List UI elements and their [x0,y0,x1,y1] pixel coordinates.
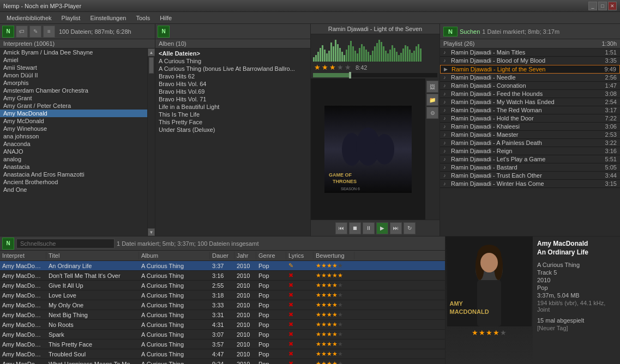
playlist-item[interactable]: ♪Ramin Djawadi - Maester2:53 [440,131,620,139]
track-star[interactable]: ★ [327,301,332,308]
window-controls[interactable]: _ □ ✕ [588,2,617,10]
track-star[interactable]: ★ [327,262,332,269]
track-row[interactable]: Amy MacDonald This Pretty Face A Curious… [0,339,445,349]
track-star[interactable]: ★ [316,272,321,278]
lyrics-icon-off[interactable]: ✖ [288,350,293,357]
track-star[interactable]: ★ [332,350,338,357]
repeat-button[interactable]: ↻ [404,222,416,234]
progress-thumb[interactable] [349,72,351,78]
track-star[interactable]: ★ [316,321,321,327]
album-item[interactable]: This Pretty Face [155,118,310,126]
star-3[interactable]: ★ [329,63,336,71]
lyrics-icon[interactable]: ✎ [288,262,293,269]
art-btn-3[interactable]: ⚙ [426,107,438,119]
scroll-down-btn[interactable]: ▼ [148,228,155,236]
track-row[interactable]: Amy MacDonald Love Love A Curious Thing … [0,290,445,300]
track-star[interactable]: ★ [321,360,327,364]
track-star[interactable]: ★ [321,321,327,327]
playlist-item[interactable]: ▶Ramin Djawadi - Light of the Seven9:49 [440,65,620,74]
star-5[interactable]: ★ [345,63,351,71]
track-star[interactable]: ★ [321,331,327,337]
album-item[interactable]: Under Stars (Deluxe) [155,126,310,134]
menu-einstellungen[interactable]: Einstellungen [86,14,130,22]
album-item[interactable]: Bravo Hits Vol.69 [155,88,310,95]
menu-hilfe[interactable]: Hilfe [155,14,176,22]
playlist-item[interactable]: ♪Ramin Djawadi - Let's Play a Game5:51 [440,155,620,163]
track-star[interactable]: ★ [321,311,327,318]
tag-button[interactable]: 🏷 [16,26,28,38]
album-item[interactable]: A Curious Thing [155,57,310,65]
track-star[interactable]: ★ [338,301,343,308]
close-button[interactable]: ✕ [608,2,617,10]
lyrics-icon-off[interactable]: ✖ [288,301,293,308]
album-item[interactable]: Life in a Beautiful Light [155,103,310,111]
artist-item[interactable]: Ancient Brotherhood [0,178,147,186]
star-4[interactable]: ★ [337,63,344,71]
menu-medienbibliothek[interactable]: Medienbibliothek [2,14,56,22]
playlist-item[interactable]: ♪Ramin Djawadi - A Painless Death3:22 [440,139,620,147]
track-row[interactable]: Amy MacDonald Don't Tell Me That It's Ov… [0,271,445,281]
info-star-1[interactable]: ★ [472,329,478,337]
playlist-item[interactable]: ♪Ramin Djawadi - Khaleesi3:06 [440,123,620,131]
pause-button[interactable]: ⏸ [363,222,375,234]
track-star[interactable]: ★ [332,360,338,364]
info-star-2[interactable]: ★ [479,329,485,337]
artist-item[interactable]: ANAJO [0,148,147,155]
artist-item[interactable]: Amiel [0,56,147,64]
artist-item[interactable]: Amy Winehouse [0,125,147,132]
artist-item[interactable]: Amy MacDonald [0,110,147,117]
list-button[interactable]: ≡ [43,26,55,38]
playlist-item[interactable]: ♪Ramin Djawadi - Trust Each Other3:44 [440,172,620,180]
artist-item[interactable]: Amy McDonald [0,117,147,125]
track-star[interactable]: ★ [327,350,332,357]
info-star-5[interactable]: ★ [500,329,507,337]
playlist-item[interactable]: ♪Ramin Djawadi - My Watch Has Ended2:54 [440,98,620,106]
n-button[interactable]: N [2,26,14,38]
track-row[interactable]: Amy MacDonald No Roots A Curious Thing 4… [0,320,445,330]
track-row[interactable]: Amy MacDonald Next Big Thing A Curious T… [0,310,445,320]
playlist-item[interactable]: ♪Ramin Djawadi - Needle2:56 [440,74,620,82]
artist-item[interactable]: analog [0,155,147,163]
maximize-button[interactable]: □ [598,2,607,10]
lyrics-icon-off[interactable]: ✖ [288,331,293,337]
lyrics-icon-off[interactable]: ✖ [288,360,293,364]
track-star[interactable]: ★ [321,301,327,308]
lyrics-icon-off[interactable]: ✖ [288,272,293,278]
track-star[interactable]: ★ [332,311,338,318]
scroll-up-btn[interactable]: ▲ [148,48,155,56]
track-star[interactable]: ★ [332,282,338,288]
prev-button[interactable]: ⏮ [335,222,347,234]
star-1[interactable]: ★ [314,63,321,71]
info-star-3[interactable]: ★ [486,329,492,337]
playlist-item[interactable]: ♪Ramin Djawadi - Main Titles1:51 [440,48,620,57]
lyrics-icon-off[interactable]: ✖ [288,311,293,318]
artist-item[interactable]: Amy Grant / Peter Cetera [0,102,147,110]
track-star[interactable]: ★ [316,262,321,269]
track-star[interactable]: ★ [327,341,332,347]
track-star[interactable]: ★ [327,292,332,298]
artists-scrollbar[interactable]: ▲ ▼ [147,48,155,236]
track-star[interactable]: ★ [332,331,338,337]
playlist-item[interactable]: ♪Ramin Djawadi - Hold the Door7:22 [440,114,620,123]
track-star[interactable]: ★ [316,292,321,298]
info-star-4[interactable]: ★ [493,329,499,337]
artist-item[interactable]: Anastacia [0,163,147,171]
track-star[interactable]: ★ [327,282,332,288]
menu-playlist[interactable]: Playlist [57,14,85,22]
menu-tools[interactable]: Tools [131,14,154,22]
track-star[interactable]: ★ [338,350,343,357]
track-star[interactable]: ★ [332,292,338,298]
track-star[interactable]: ★ [332,301,338,308]
track-star[interactable]: ★ [338,272,343,278]
track-star[interactable]: ★ [338,360,343,364]
track-star[interactable]: ★ [338,331,343,337]
edit-button[interactable]: ✎ [29,26,41,38]
track-star[interactable]: ★ [332,262,338,269]
next-button[interactable]: ⏭ [390,222,402,234]
playlist-item[interactable]: ♪Ramin Djawadi - Winter Has Come3:15 [440,180,620,188]
track-star[interactable]: ★ [332,341,338,347]
track-row[interactable]: Amy MacDonald An Ordinary Life A Curious… [0,261,445,271]
playlist-item[interactable]: ♪Ramin Djawadi - Blood of My Blood3:35 [440,57,620,65]
album-item[interactable]: A Curious Thing (bonus Live At Barrowlan… [155,65,310,72]
track-star[interactable]: ★ [321,272,327,278]
